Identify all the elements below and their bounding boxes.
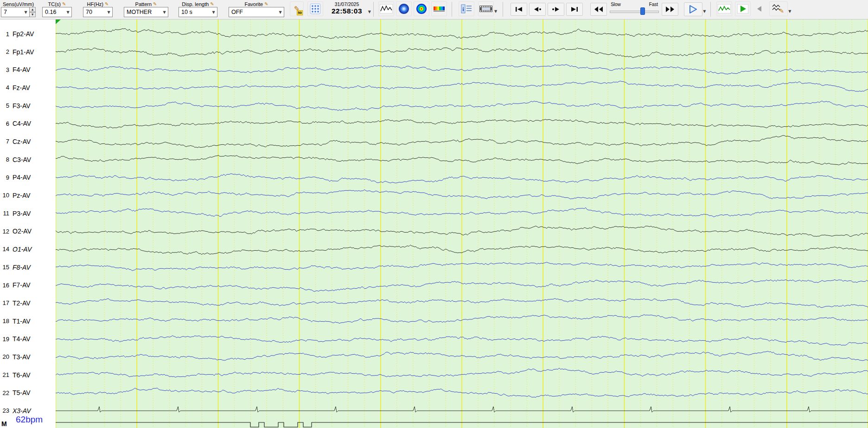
channel-name: P4-AV (13, 174, 31, 181)
brain-map-blue-icon (398, 3, 409, 14)
edit-pencil-icon[interactable]: ✎ (62, 2, 66, 6)
channel-label-T4-AV[interactable]: 19T4-AV (0, 335, 55, 343)
channel-label-T6-AV[interactable]: 21T6-AV (0, 371, 55, 379)
channel-name: Cz-AV (13, 138, 31, 145)
patient-info-button[interactable]: i (459, 1, 474, 16)
channel-label-P4-AV[interactable]: 9P4-AV (0, 173, 55, 182)
fast-forward-button[interactable] (662, 3, 678, 16)
brain-map-rainbow-icon (416, 3, 427, 14)
disp-length-select[interactable]: 10 s▼ (179, 7, 217, 17)
channel-number: 3 (0, 66, 9, 73)
pattern-select[interactable]: MOTHER▼ (124, 7, 168, 17)
marker-row-label: M (1, 420, 7, 428)
toolbar-separator (373, 2, 374, 17)
channel-label-O2-AV[interactable]: 12O2-AV (0, 227, 55, 235)
page-back-button[interactable] (529, 3, 546, 16)
video-button[interactable] (478, 1, 494, 16)
rewind-button[interactable] (590, 3, 607, 16)
speed-slider-track[interactable] (609, 7, 660, 15)
page-forward-button[interactable] (548, 3, 564, 16)
start-monitor-button[interactable] (735, 1, 751, 16)
channel-name: X3-AV (13, 407, 31, 415)
step-back-icon (533, 6, 542, 12)
channel-label-F3-AV[interactable]: 5F3-AV (0, 102, 55, 110)
electrode-grid-icon (310, 3, 321, 14)
edit-pencil-icon[interactable]: ✎ (153, 2, 157, 6)
channel-number: 17 (0, 299, 9, 306)
waveform-view-button[interactable] (378, 1, 394, 16)
edit-pencil-icon[interactable]: ✎ (264, 2, 268, 6)
back-button-disabled[interactable] (753, 1, 766, 16)
pattern-label: Pattern (135, 1, 152, 7)
chevron-down-icon[interactable]: ▼ (368, 10, 371, 14)
topography-rainbow-button[interactable] (414, 1, 429, 16)
toolbar-separator (503, 2, 503, 17)
favorite-group: Favorite✎ OFF▼ (229, 1, 284, 17)
channel-label-F4-AV[interactable]: 3F4-AV (0, 65, 55, 74)
highfilter-group: HF(Hz)✎ 70▼ (83, 1, 113, 17)
tc-select[interactable]: 0.16▼ (42, 7, 72, 17)
channel-label-Fz-AV[interactable]: 4Fz-AV (0, 84, 55, 92)
edit-pencil-icon[interactable]: ✎ (105, 2, 108, 6)
channel-label-T3-AV[interactable]: 20T3-AV (0, 353, 55, 361)
channel-label-O1-AV[interactable]: 14O1-AV (0, 245, 55, 253)
speed-slider-handle[interactable] (640, 7, 645, 15)
channel-label-X3-AV[interactable]: 23X3-AV (0, 407, 55, 415)
favorite-select[interactable]: OFF▼ (229, 7, 284, 17)
channel-label-Pz-AV[interactable]: 10Pz-AV (0, 191, 55, 200)
chevron-down-icon: ▼ (161, 10, 168, 14)
channel-label-Cz-AV[interactable]: 7Cz-AV (0, 137, 55, 146)
channel-label-F7-AV[interactable]: 16F7-AV (0, 281, 55, 289)
electrode-map-button[interactable] (307, 1, 323, 16)
colorbar-icon (433, 5, 445, 13)
channel-name: F4-AV (13, 66, 31, 73)
topography-blue-button[interactable] (396, 1, 412, 16)
channel-label-Fp1-AV[interactable]: 2Fp1-AV (0, 48, 55, 56)
spinner-down-icon[interactable]: ▼ (30, 12, 36, 17)
channel-label-T2-AV[interactable]: 17T2-AV (0, 299, 55, 307)
spinner-up-icon[interactable]: ▲ (30, 7, 36, 12)
channel-label-F8-AV[interactable]: 15F8-AV (0, 263, 55, 272)
info-document-icon: i (461, 4, 472, 14)
channel-label-Fp2-AV[interactable]: 1Fp2-AV (0, 30, 55, 38)
channel-label-T1-AV[interactable]: 18T1-AV (0, 317, 55, 325)
hf-select[interactable]: 70▼ (83, 7, 113, 17)
channel-label-column: 1Fp2-AV2Fp1-AV3F4-AV4Fz-AV5F3-AV6C4-AV7C… (0, 19, 56, 428)
channel-number: 22 (0, 389, 9, 396)
green-trend-button[interactable] (716, 1, 732, 16)
date-display: 31/07/2025 (327, 1, 367, 7)
svg-text:✎: ✎ (779, 7, 784, 14)
datetime-display[interactable]: 31/07/2025 22:58:03 ▼ (327, 1, 367, 15)
eeg-trace-area[interactable] (56, 19, 868, 428)
slow-label: Slow (611, 2, 621, 7)
channel-number: 20 (0, 353, 9, 360)
edit-pencil-icon[interactable]: ✎ (210, 2, 214, 6)
time-display: 22:58:03 (327, 7, 367, 15)
channel-label-T5-AV[interactable]: 22T5-AV (0, 389, 55, 397)
channel-name: C3-AV (13, 156, 31, 163)
pattern-group: Pattern✎ MOTHER▼ (124, 1, 168, 17)
tc-label: TC(s) (48, 1, 61, 7)
play-button[interactable] (684, 2, 702, 16)
channel-label-C3-AV[interactable]: 8C3-AV (0, 156, 55, 164)
sensitivity-select[interactable]: 7▼ (1, 7, 30, 17)
jump-to-start-button[interactable] (511, 3, 527, 16)
chevron-down-icon: ▼ (105, 10, 112, 14)
montage-settings-button[interactable]: ✎ (769, 1, 788, 16)
channel-number: 7 (0, 138, 9, 145)
chevron-down-icon[interactable]: ▼ (703, 9, 706, 16)
channel-name: O1-AV (13, 246, 32, 253)
speed-slider[interactable]: Slow Fast (609, 2, 660, 15)
gray-back-arrow-icon (756, 5, 763, 13)
channel-label-C4-AV[interactable]: 6C4-AV (0, 119, 55, 128)
notch-filter-button[interactable]: ✎ 50 (290, 1, 304, 16)
disp-length-label: Disp. length (182, 1, 209, 7)
video-group: ▼ (474, 0, 497, 16)
dsa-trend-button[interactable] (431, 1, 447, 16)
channel-label-P3-AV[interactable]: 11P3-AV (0, 209, 55, 218)
sensitivity-spinner[interactable]: ▲ ▼ (30, 7, 36, 17)
rewind-icon (594, 6, 603, 13)
chevron-down-icon[interactable]: ▼ (788, 9, 791, 16)
jump-to-end-button[interactable] (566, 3, 583, 16)
chevron-down-icon[interactable]: ▼ (494, 9, 497, 16)
